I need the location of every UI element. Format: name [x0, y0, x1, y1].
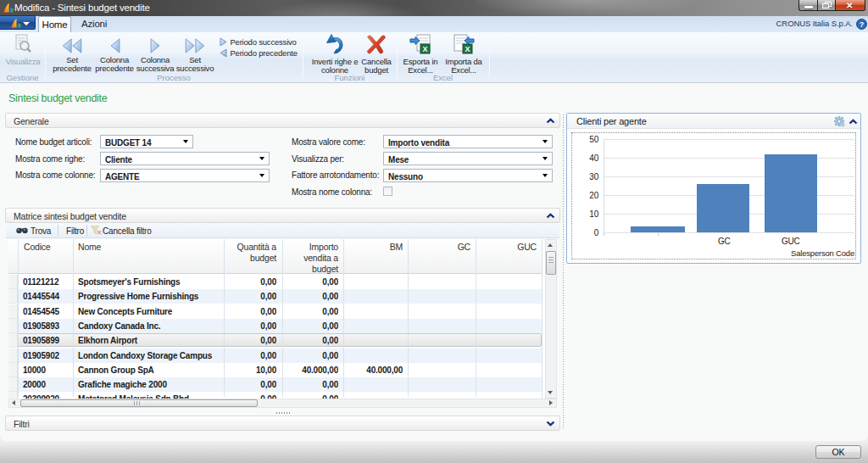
svg-text:X: X	[465, 45, 470, 53]
svg-text:X: X	[423, 45, 428, 53]
svg-text:?: ?	[860, 20, 865, 29]
